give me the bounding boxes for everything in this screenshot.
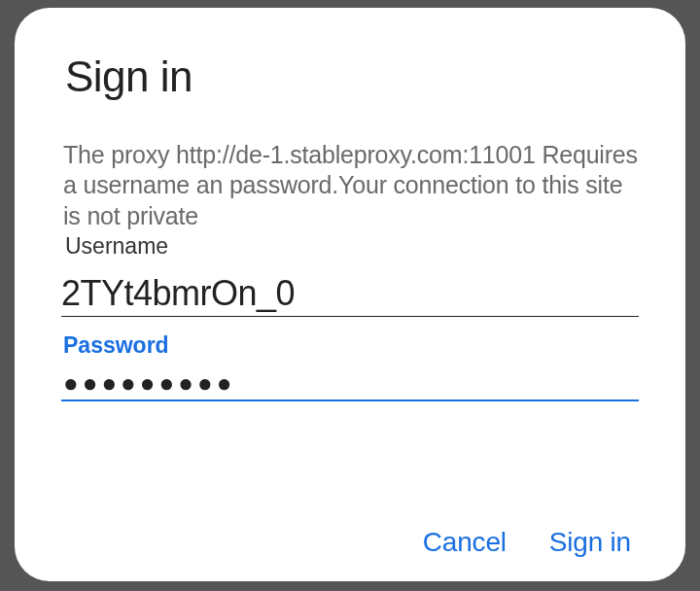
- password-masked-value: ●●●●●●●●●: [63, 370, 639, 396]
- dialog-description: The proxy http://de-1.stableproxy.com:11…: [61, 140, 639, 231]
- password-input[interactable]: ●●●●●●●●●: [61, 370, 639, 401]
- cancel-button[interactable]: Cancel: [423, 527, 507, 558]
- password-label: Password: [61, 332, 639, 359]
- username-label: Username: [61, 233, 639, 260]
- dialog-buttons: Cancel Sign in: [423, 527, 631, 558]
- signin-button[interactable]: Sign in: [549, 527, 631, 558]
- signin-dialog: Sign in The proxy http://de-1.stableprox…: [15, 8, 685, 581]
- dialog-title: Sign in: [65, 52, 639, 101]
- username-input[interactable]: [61, 267, 639, 317]
